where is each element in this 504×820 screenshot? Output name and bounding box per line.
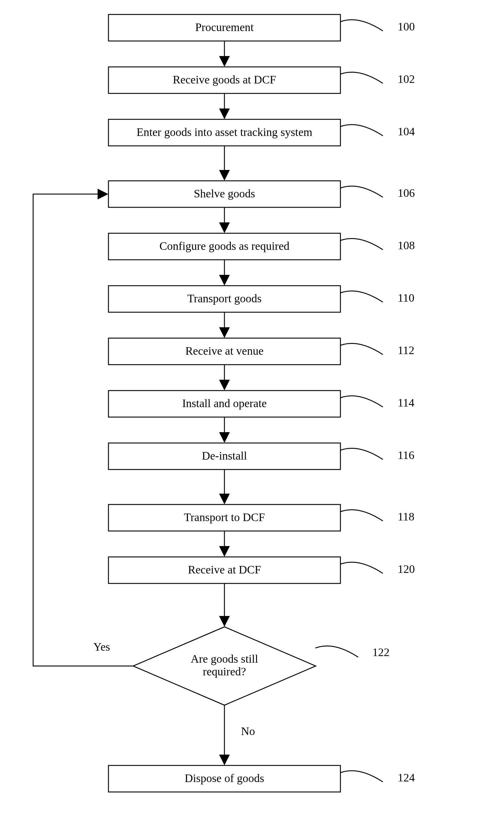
- node-ref: 114: [398, 396, 415, 409]
- node-ref: 110: [398, 291, 415, 304]
- node-label: Receive at DCF: [188, 563, 261, 576]
- node-ref: 108: [398, 239, 415, 252]
- node-ref: 102: [398, 73, 415, 85]
- node-ref: 122: [372, 646, 390, 659]
- node-ref: 104: [398, 125, 415, 138]
- node-label: Dispose of goods: [185, 772, 264, 784]
- flowchart: Procurement 100 Receive goods at DCF 102…: [0, 0, 504, 820]
- node-dispose-goods: Dispose of goods 124: [108, 765, 415, 792]
- node-ref: 106: [398, 186, 415, 199]
- node-transport-goods: Transport goods 110: [108, 286, 415, 312]
- node-ref: 118: [398, 510, 415, 523]
- node-label: Procurement: [195, 21, 254, 33]
- node-ref: 116: [398, 449, 415, 462]
- node-deinstall: De-install 116: [108, 443, 415, 470]
- node-label: Are goods still: [191, 653, 258, 665]
- node-receive-dcf: Receive at DCF 120: [108, 557, 415, 584]
- node-ref: 124: [398, 771, 415, 784]
- node-receive-venue: Receive at venue 112: [108, 338, 415, 364]
- node-label: Install and operate: [182, 397, 267, 409]
- edge-yes: [33, 194, 133, 666]
- node-ref: 112: [398, 344, 415, 356]
- node-label: Transport goods: [187, 292, 262, 305]
- node-procurement: Procurement 100: [108, 14, 415, 41]
- node-label: Shelve goods: [194, 187, 255, 200]
- node-label: required?: [203, 665, 246, 678]
- node-configure-goods: Configure goods as required 108: [108, 233, 415, 260]
- node-install-operate: Install and operate 114: [108, 390, 415, 417]
- edge-label-yes: Yes: [93, 640, 110, 653]
- node-transport-dcf: Transport to DCF 118: [108, 505, 415, 531]
- node-enter-goods: Enter goods into asset tracking system 1…: [108, 119, 415, 146]
- node-decision-goods-required: Are goods still required? 122: [133, 627, 390, 705]
- node-ref: 120: [398, 563, 415, 575]
- node-label: Configure goods as required: [159, 239, 290, 252]
- node-ref: 100: [398, 20, 415, 33]
- edge-label-no: No: [241, 725, 255, 737]
- node-receive-goods-dcf: Receive goods at DCF 102: [108, 67, 415, 93]
- node-label: Receive goods at DCF: [173, 73, 276, 86]
- node-label: De-install: [202, 449, 247, 462]
- node-label: Receive at venue: [185, 344, 264, 357]
- node-label: Enter goods into asset tracking system: [136, 126, 312, 138]
- node-label: Transport to DCF: [184, 511, 265, 524]
- node-shelve-goods: Shelve goods 106: [108, 181, 415, 207]
